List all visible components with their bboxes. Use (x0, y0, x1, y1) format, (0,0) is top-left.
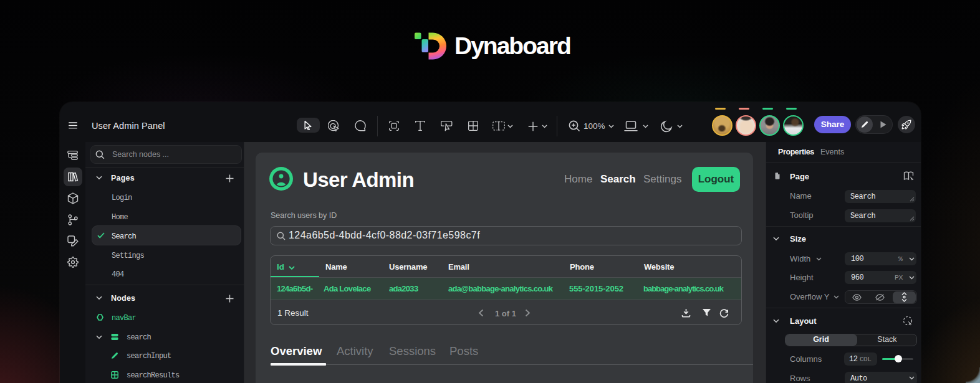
svg-text:Dynaboard: Dynaboard (454, 32, 570, 59)
